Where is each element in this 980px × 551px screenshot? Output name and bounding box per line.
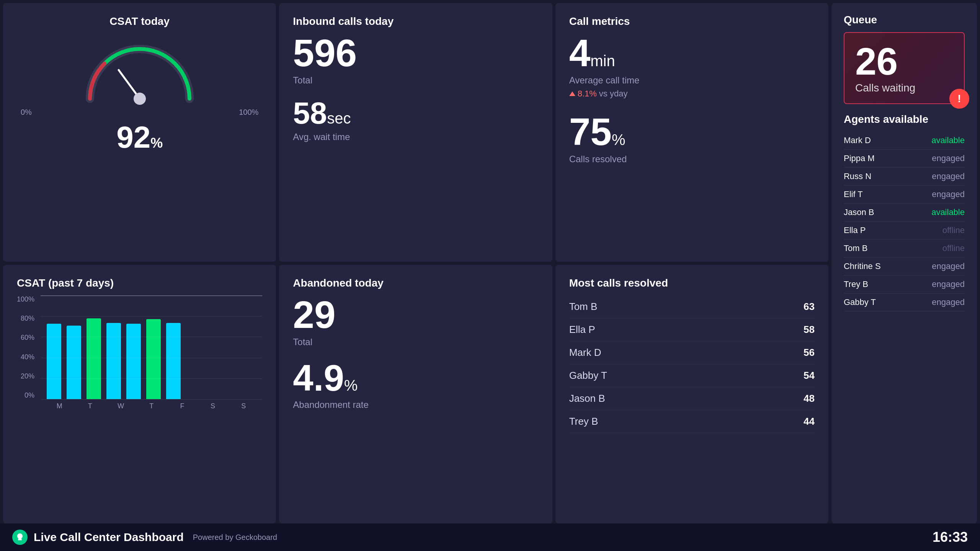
chart-bar bbox=[67, 326, 81, 399]
call-metrics-title: Call metrics bbox=[569, 15, 815, 28]
resolved-row: Gabby T 54 bbox=[569, 364, 815, 387]
resolved-row: Tom B 63 bbox=[569, 295, 815, 318]
wait-time-label: Avg. wait time bbox=[293, 132, 538, 142]
agent-row: Chritine S engaged bbox=[844, 258, 965, 276]
agent-status: engaged bbox=[932, 297, 965, 307]
alert-icon: ! bbox=[949, 89, 969, 109]
agent-name: Tom B bbox=[844, 243, 867, 253]
abandonment-rate-value: 4.9 bbox=[293, 357, 344, 398]
x-axis-label: F bbox=[170, 402, 195, 410]
chart-bar bbox=[47, 324, 61, 399]
agent-status: available bbox=[931, 135, 965, 145]
agent-row: Gabby T engaged bbox=[844, 293, 965, 311]
footer-time: 16:33 bbox=[933, 529, 968, 545]
agent-row: Ella P offline bbox=[844, 222, 965, 240]
abandoned-title: Abandoned today bbox=[293, 277, 538, 289]
chart-bar bbox=[126, 324, 141, 399]
resolved-name: Trey B bbox=[569, 416, 598, 427]
agent-row: Pippa M engaged bbox=[844, 150, 965, 168]
y-label-40: 40% bbox=[17, 353, 34, 361]
agent-status: available bbox=[931, 207, 965, 217]
agent-name: Jason B bbox=[844, 207, 874, 217]
agent-name: Chritine S bbox=[844, 261, 881, 271]
csat-today-card: CSAT today 0% 100% 92% bbox=[3, 3, 276, 262]
resolved-name: Ella P bbox=[569, 324, 595, 336]
chart-bar bbox=[106, 323, 121, 399]
most-resolved-card: Most calls resolved Tom B 63 Ella P 58 M… bbox=[555, 265, 828, 523]
agents-list: Mark D available Pippa M engaged Russ N … bbox=[844, 132, 965, 311]
x-axis-label: S bbox=[200, 402, 225, 410]
resolved-label: Calls resolved bbox=[569, 154, 815, 165]
footer-left: Live Call Center Dashboard Powered by Ge… bbox=[12, 530, 277, 545]
agent-status: engaged bbox=[932, 189, 965, 199]
agents-available-title: Agents available bbox=[844, 113, 965, 126]
agent-row: Jason B available bbox=[844, 204, 965, 222]
csat-value: 92 bbox=[116, 120, 150, 154]
x-axis-label: M bbox=[47, 402, 72, 410]
bars-area: MTWTFSS bbox=[41, 295, 262, 410]
resolved-count: 48 bbox=[804, 393, 815, 404]
chart-bar bbox=[166, 323, 181, 399]
agent-row: Mark D available bbox=[844, 132, 965, 150]
y-label-100: 100% bbox=[17, 295, 34, 303]
resolved-row: Mark D 56 bbox=[569, 341, 815, 364]
resolved-name: Tom B bbox=[569, 301, 598, 313]
inbound-calls-card: Inbound calls today 596 Total 58sec Avg.… bbox=[279, 3, 552, 262]
inbound-total-label: Total bbox=[293, 75, 538, 86]
gauge-svg bbox=[78, 37, 201, 106]
x-axis-label: W bbox=[108, 402, 133, 410]
inbound-calls-title: Inbound calls today bbox=[293, 15, 538, 28]
abandoned-total-value: 29 bbox=[293, 293, 335, 336]
resolved-list: Tom B 63 Ella P 58 Mark D 56 Gabby T 54 … bbox=[569, 295, 815, 433]
y-label-20: 20% bbox=[17, 372, 34, 380]
avg-call-unit: min bbox=[590, 52, 615, 69]
chart-bar bbox=[87, 318, 101, 399]
y-label-0: 0% bbox=[17, 391, 34, 399]
gauge-min-label: 0% bbox=[21, 108, 32, 117]
agent-row: Elif T engaged bbox=[844, 186, 965, 204]
inbound-total-value: 596 bbox=[293, 31, 357, 74]
queue-alert-box: 26 Calls waiting ! bbox=[844, 32, 965, 104]
abandonment-rate-section: 4.9% Abandonment rate bbox=[293, 360, 538, 410]
csat-today-title: CSAT today bbox=[109, 15, 170, 28]
csat-7days-card: CSAT (past 7 days) 100% 80% 60% 40% 20% … bbox=[3, 265, 276, 523]
trend-arrow-icon bbox=[569, 91, 575, 96]
agent-status: engaged bbox=[932, 279, 965, 289]
chart-bar bbox=[146, 319, 161, 399]
avg-call-value: 4 bbox=[569, 31, 591, 74]
call-metrics-card: Call metrics 4min Average call time 8.1%… bbox=[555, 3, 828, 262]
agent-name: Pippa M bbox=[844, 153, 875, 163]
agent-name: Mark D bbox=[844, 135, 871, 145]
agent-name: Ella P bbox=[844, 225, 866, 235]
x-axis-label: S bbox=[231, 402, 256, 410]
agent-name: Elif T bbox=[844, 189, 863, 199]
resolved-count: 44 bbox=[804, 416, 815, 427]
y-label-80: 80% bbox=[17, 315, 34, 323]
bar-chart-area bbox=[41, 295, 262, 399]
resolved-count: 56 bbox=[804, 347, 815, 359]
x-labels: MTWTFSS bbox=[41, 399, 262, 410]
agent-status: offline bbox=[942, 225, 965, 235]
resolved-row: Trey B 44 bbox=[569, 410, 815, 433]
resolved-unit: % bbox=[612, 131, 626, 148]
abandonment-rate-unit: % bbox=[344, 377, 358, 394]
resolved-count: 58 bbox=[804, 324, 815, 336]
csat-unit: % bbox=[150, 135, 163, 151]
csat-chart: 100% 80% 60% 40% 20% 0% bbox=[17, 295, 262, 410]
footer-title: Live Call Center Dashboard bbox=[34, 531, 184, 544]
wait-time-value: 58 bbox=[293, 96, 327, 130]
queue-title: Queue bbox=[844, 14, 965, 26]
agent-status: offline bbox=[942, 243, 965, 253]
footer-powered-by: Powered by Geckoboard bbox=[193, 533, 277, 542]
resolved-row: Jason B 48 bbox=[569, 387, 815, 410]
resolved-name: Mark D bbox=[569, 347, 601, 359]
avg-call-section: 4min Average call time 8.1% vs yday bbox=[569, 34, 815, 99]
agent-row: Trey B engaged bbox=[844, 276, 965, 293]
resolved-count: 63 bbox=[804, 301, 815, 313]
resolved-name: Gabby T bbox=[569, 370, 607, 381]
agent-row: Russ N engaged bbox=[844, 168, 965, 186]
gauge-container bbox=[78, 37, 201, 106]
resolved-name: Jason B bbox=[569, 393, 605, 404]
avg-call-label: Average call time bbox=[569, 75, 815, 86]
gecko-logo bbox=[12, 530, 28, 545]
